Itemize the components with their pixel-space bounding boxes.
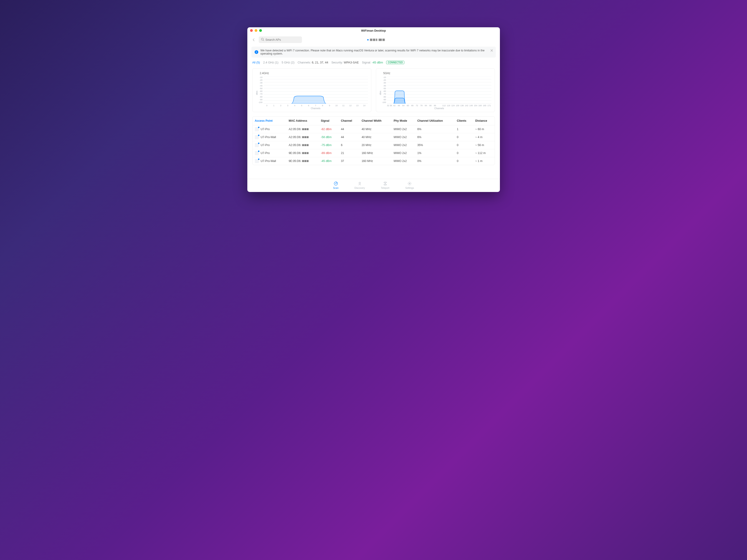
mac-prefix: A2:05:D6: [289, 136, 302, 139]
filter-5ghz[interactable]: 5 GHz (2) [282, 61, 294, 64]
distance-cell: ~ 4 m [473, 133, 495, 141]
chart-5ghz-plot [387, 76, 491, 104]
search-input[interactable] [265, 38, 300, 42]
toolbar [247, 34, 500, 45]
banner-close-button[interactable] [490, 49, 493, 53]
filter-bar: All (5) 2.4 GHz (1) 5 GHz (2) Channels: … [247, 60, 500, 66]
discovery-icon [357, 181, 362, 186]
close-window-button[interactable] [250, 29, 253, 32]
mac-prefix: A2:05:D6: [289, 143, 302, 147]
table-row[interactable]: U7-Pro A2:05:D6: -75 dBm 6 20 MHz MIMO 2… [253, 141, 495, 149]
width-cell: 40 MHz [359, 133, 391, 141]
mac-redacted [302, 144, 309, 146]
ssid-redacted [379, 39, 385, 41]
col-channel[interactable]: Channel [339, 116, 359, 125]
table-row[interactable]: U7-Pro-Wall A2:05:D6: -58 dBm 44 40 MHz … [253, 133, 495, 141]
channel-cell: 21 [339, 149, 359, 157]
mac-prefix: 9E:05:D6: [289, 159, 302, 163]
nav-scan[interactable]: Scan [333, 181, 339, 189]
security-value: WPA3-SAE [344, 61, 359, 64]
svg-line-26 [336, 183, 337, 184]
col-access-point[interactable]: Access Point [253, 116, 286, 125]
minimize-window-button[interactable] [255, 29, 257, 32]
ap-name: U7-Pro [261, 152, 270, 155]
col-util[interactable]: Channel Utilization [415, 116, 455, 125]
banner-text: We have detected a WiFi 7 connection. Pl… [260, 49, 493, 55]
ap-icon [255, 159, 259, 163]
chart-24ghz-xlabel: Channels [263, 107, 368, 110]
chart-5ghz-ylabel: dBm [379, 91, 382, 95]
nav-discovery[interactable]: Discovery [355, 181, 365, 189]
nav-teleport-label: Teleport [381, 187, 389, 189]
ap-icon [255, 127, 259, 131]
chart-24ghz: 2.4GHz dBm -10-20-30-40-50-60-70-80-90-1… [252, 68, 371, 112]
channel-cell: 37 [339, 157, 359, 165]
table-row[interactable]: U7-Pro-Wall 9E:05:D6: -45 dBm 37 160 MHz… [253, 157, 495, 165]
channels-value: 6, 21, 37, 44 [312, 61, 328, 64]
bottom-nav: Scan Discovery Teleport Settings [247, 179, 500, 192]
col-distance[interactable]: Distance [473, 116, 495, 125]
chart-24ghz-title: 2.4GHz [260, 72, 368, 75]
chart-24ghz-ylabel: dBm [256, 91, 258, 95]
phy-cell: MIMO 2x2 [391, 149, 415, 157]
titlebar: WiFiman Desktop [247, 27, 500, 34]
table-row[interactable]: U7-Pro A2:05:D6: -82 dBm 44 40 MHz MIMO … [253, 125, 495, 133]
connected-badge: CONNECTED [386, 61, 404, 64]
col-width[interactable]: Channel Width [359, 116, 391, 125]
col-clients[interactable]: Clients [455, 116, 473, 125]
width-cell: 40 MHz [359, 125, 391, 133]
security-label: Security: [331, 61, 343, 64]
clients-cell: 1 [455, 125, 473, 133]
mac-redacted [302, 128, 309, 130]
width-cell: 160 MHz [359, 157, 391, 165]
signal-cell: -89 dBm [318, 149, 339, 157]
search-icon [261, 38, 264, 42]
col-mac[interactable]: MAC Address [286, 116, 318, 125]
table-header-row: Access Point MAC Address Signal Channel … [253, 116, 495, 125]
signal-cell: -58 dBm [318, 133, 339, 141]
chart-5ghz-xlabel: Channels [387, 107, 491, 110]
filter-all[interactable]: All (5) [252, 61, 260, 64]
mac-redacted [302, 160, 309, 162]
channel-cell: 44 [339, 133, 359, 141]
ap-name: U7-Pro [261, 143, 270, 147]
chart-5ghz-title: 5GHz [383, 72, 491, 75]
distance-cell: ~ 60 m [473, 125, 495, 133]
signal-cell: -75 dBm [318, 141, 339, 149]
connection-dot-icon [367, 39, 369, 41]
clients-cell: 0 [455, 149, 473, 157]
svg-point-28 [384, 182, 387, 183]
util-cell: 1% [415, 149, 455, 157]
util-cell: 6% [415, 125, 455, 133]
ssid-redacted [370, 39, 377, 41]
col-phy[interactable]: Phy Mode [391, 116, 415, 125]
table-row[interactable]: U7-Pro 9E:05:D6: -89 dBm 21 160 MHz MIMO… [253, 149, 495, 157]
util-cell: 6% [415, 133, 455, 141]
util-cell: 35% [415, 141, 455, 149]
col-signal[interactable]: Signal [318, 116, 339, 125]
width-cell: 20 MHz [359, 141, 391, 149]
filter-24ghz[interactable]: 2.4 GHz (1) [263, 61, 278, 64]
width-cell: 160 MHz [359, 149, 391, 157]
chart-24ghz-yaxis: -10-20-30-40-50-60-70-80-90-100 [258, 76, 263, 104]
channel-cell: 44 [339, 125, 359, 133]
zoom-window-button[interactable] [259, 29, 262, 32]
mac-redacted [302, 152, 309, 154]
mac-prefix: 9E:05:D6: [289, 152, 302, 155]
nav-settings[interactable]: Settings [405, 181, 414, 189]
gear-icon [407, 181, 412, 186]
nav-teleport[interactable]: Teleport [381, 181, 389, 189]
distance-cell: ~ 112 m [473, 149, 495, 157]
channels-label: Channels: [298, 61, 311, 64]
ap-icon [255, 151, 259, 155]
back-button[interactable] [252, 37, 256, 42]
nav-discovery-label: Discovery [355, 187, 365, 189]
chart-24ghz-xaxis: 01234567891011121314 [263, 104, 368, 107]
search-field[interactable] [259, 36, 302, 43]
phy-cell: MIMO 2x2 [391, 133, 415, 141]
clients-cell: 0 [455, 133, 473, 141]
chart-5ghz-yaxis: -10-20-30-40-50-60-70-80-90-100 [382, 76, 387, 104]
svg-point-27 [359, 182, 360, 184]
teleport-icon [383, 181, 387, 186]
current-ssid [305, 39, 447, 41]
